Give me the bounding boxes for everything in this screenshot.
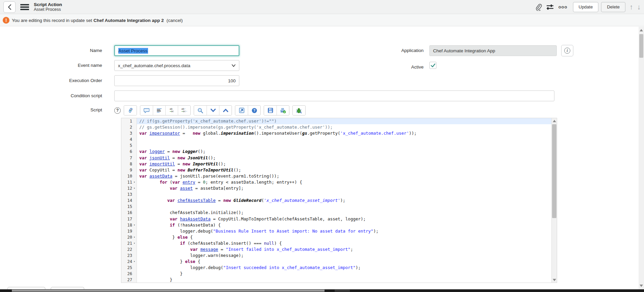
syntax-editor-toggle-icon[interactable] bbox=[124, 106, 137, 115]
fold-arrow-icon[interactable]: ▾ bbox=[132, 259, 137, 265]
code-text: var logger = new Logger(); bbox=[137, 149, 551, 155]
name-input[interactable]: Asset Process bbox=[114, 45, 239, 56]
code-line-8[interactable]: 8var importUtil = new ImportUtil(); bbox=[121, 161, 551, 167]
code-line-6[interactable]: 6var logger = new Logger(); bbox=[121, 149, 551, 155]
validate-icon[interactable] bbox=[277, 106, 289, 115]
code-text bbox=[137, 142, 551, 149]
code-line-14[interactable]: 14 var chefAssetsTable = new GlideRecord… bbox=[121, 197, 551, 204]
code-text: var chefAssetsTable = new GlideRecord('x… bbox=[137, 197, 551, 204]
editor-scroll-down-icon[interactable] bbox=[552, 277, 557, 283]
toolbar-group-edit: ab⇒ac ab─⇒ac─ bbox=[140, 105, 191, 115]
replace-all-icon[interactable]: ab─⇒ac─ bbox=[178, 106, 190, 115]
editor-help-icon[interactable]: ? bbox=[248, 106, 260, 115]
code-line-20[interactable]: 20▾ } else { bbox=[121, 234, 551, 240]
replace-icon[interactable]: ab⇒ac bbox=[165, 106, 178, 115]
code-line-25[interactable]: 25 logger.debug("Insert succeeded into x… bbox=[121, 265, 551, 271]
code-line-5[interactable]: 5 bbox=[121, 142, 551, 149]
find-previous-icon[interactable] bbox=[219, 106, 232, 115]
code-line-21[interactable]: 21▾ if (chefAssetsTable.insert() === nul… bbox=[121, 240, 551, 246]
line-number-gutter: 15 bbox=[121, 204, 137, 210]
comment-icon[interactable] bbox=[140, 106, 153, 115]
toolbar-group-editor bbox=[124, 105, 137, 115]
cancel-link[interactable]: (cancel) bbox=[166, 18, 183, 23]
save-icon[interactable] bbox=[264, 106, 277, 115]
toolbar-group-search bbox=[194, 105, 232, 115]
page-vertical-scrollbar[interactable] bbox=[639, 27, 644, 290]
page-horizontal-scrollbar-thumb[interactable] bbox=[12, 290, 325, 292]
fold-arrow-icon[interactable]: ▾ bbox=[132, 222, 137, 228]
search-icon[interactable] bbox=[194, 106, 207, 115]
code-text: chefAssetsTable.initialize(); bbox=[137, 210, 551, 216]
editor-scrollbar[interactable] bbox=[551, 118, 557, 283]
editor-scrollbar-thumb[interactable] bbox=[552, 124, 556, 218]
code-line-15[interactable]: 15 bbox=[121, 204, 551, 210]
fold-arrow-icon[interactable]: ▾ bbox=[132, 240, 137, 246]
find-next-icon[interactable] bbox=[207, 106, 219, 115]
application-info-button[interactable]: i bbox=[561, 45, 573, 56]
personalize-sliders-icon[interactable] bbox=[544, 1, 556, 13]
code-line-9[interactable]: 9var CopyUtil = new BufferToImportUtil()… bbox=[121, 167, 551, 173]
code-text: var message = "Insert failed into x_chef… bbox=[137, 246, 551, 253]
code-text: } bbox=[137, 271, 551, 277]
delete-button[interactable]: Delete bbox=[601, 2, 625, 12]
execution-order-input[interactable]: 100 bbox=[114, 75, 239, 86]
code-line-18[interactable]: 18▾ if (!hasAssetData) { bbox=[121, 222, 551, 228]
code-text: var jsonUtil = new JsonUtil(); bbox=[137, 155, 551, 161]
event-name-select[interactable]: x_chef_automate.chef.process.data bbox=[114, 60, 239, 71]
code-line-4[interactable]: 4 bbox=[121, 136, 551, 142]
header: Script Action Asset Process ooo Update D… bbox=[0, 0, 644, 14]
line-number-gutter: 23 bbox=[121, 253, 137, 259]
code-text bbox=[137, 191, 551, 197]
code-line-3[interactable]: 3var impersonator = new global.impersina… bbox=[121, 130, 551, 136]
page-scroll-down-icon[interactable] bbox=[639, 283, 644, 288]
more-options-icon[interactable]: ooo bbox=[558, 4, 568, 9]
code-text bbox=[137, 136, 551, 142]
page-scrollbar-thumb[interactable] bbox=[639, 34, 643, 58]
script-editor[interactable]: 1// if(gs.getProperty('x_chef_automate.c… bbox=[121, 118, 557, 283]
update-button[interactable]: Update bbox=[573, 2, 599, 12]
back-button[interactable] bbox=[3, 1, 16, 13]
code-line-1[interactable]: 1// if(gs.getProperty('x_chef_automate.c… bbox=[121, 118, 551, 124]
code-line-22[interactable]: 22 var message = "Insert failed into x_c… bbox=[121, 246, 551, 253]
fold-arrow-icon[interactable]: ▾ bbox=[132, 234, 137, 240]
line-number-gutter: 5 bbox=[121, 142, 137, 149]
code-line-2[interactable]: 2// gs.getSession().impersonate(gs.getPr… bbox=[121, 124, 551, 130]
code-text: // gs.getSession().impersonate(gs.getPro… bbox=[137, 124, 551, 130]
active-checkbox[interactable] bbox=[429, 62, 436, 69]
code-line-7[interactable]: 7var jsonUtil = new JsonUtil(); bbox=[121, 155, 551, 161]
hamburger-icon[interactable] bbox=[20, 4, 29, 10]
previous-record-icon[interactable]: ↑ bbox=[629, 3, 633, 10]
line-number-gutter: 16 bbox=[121, 210, 137, 216]
line-number-gutter: 25 bbox=[121, 265, 137, 271]
code-line-17[interactable]: 17 var hasAssetData = CopyUtil.MapToImpo… bbox=[121, 216, 551, 222]
debug-icon[interactable] bbox=[293, 106, 305, 115]
code-line-11[interactable]: 11▾ for (var entry = 0; entry < assetDat… bbox=[121, 179, 551, 185]
fold-arrow-icon[interactable]: ▾ bbox=[132, 179, 137, 185]
page-horizontal-scrollbar[interactable] bbox=[0, 289, 644, 292]
open-new-window-icon[interactable] bbox=[235, 106, 248, 115]
next-record-icon[interactable]: ↓ bbox=[637, 3, 641, 10]
update-set-name: Chef Automate Integration app 2 bbox=[93, 18, 164, 23]
event-name-value: x_chef_automate.chef.process.data bbox=[118, 63, 190, 68]
line-number-gutter: 7 bbox=[121, 155, 137, 161]
code-line-26[interactable]: 26 } bbox=[121, 271, 551, 277]
page-scroll-up-icon[interactable] bbox=[639, 27, 644, 33]
code-line-23[interactable]: 23 logger.warn(message); bbox=[121, 253, 551, 259]
code-line-16[interactable]: 16 chefAssetsTable.initialize(); bbox=[121, 210, 551, 216]
fold-arrow-icon[interactable]: ▾ bbox=[132, 185, 137, 191]
code-line-12[interactable]: 12▾ var asset = assetData[entry]; bbox=[121, 185, 551, 191]
condition-script-input[interactable] bbox=[114, 90, 554, 101]
code-line-27[interactable]: 27 } bbox=[121, 277, 551, 283]
code-line-19[interactable]: 19 logger.debug("Business Rule Insert to… bbox=[121, 228, 551, 234]
script-help-icon[interactable]: ? bbox=[114, 107, 121, 114]
code-line-10[interactable]: 10var assetData = jsonUtil.parse(event.p… bbox=[121, 173, 551, 179]
line-number-gutter: 9 bbox=[121, 167, 137, 173]
editor-scroll-up-icon[interactable] bbox=[552, 118, 557, 124]
code-line-13[interactable]: 13 bbox=[121, 191, 551, 197]
code-text: } else { bbox=[137, 259, 551, 265]
attachment-paperclip-icon[interactable] bbox=[533, 1, 544, 13]
code-editor-lines: 1// if(gs.getProperty('x_chef_automate.c… bbox=[121, 118, 551, 283]
code-line-24[interactable]: 24▾ } else { bbox=[121, 259, 551, 265]
line-number-gutter: 4 bbox=[121, 136, 137, 142]
format-code-icon[interactable] bbox=[153, 106, 165, 115]
